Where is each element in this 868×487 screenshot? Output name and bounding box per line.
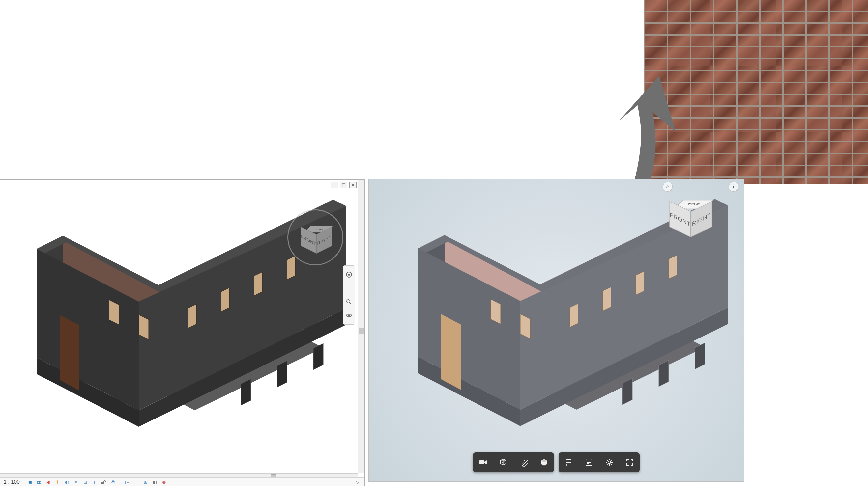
pan-icon[interactable] (345, 284, 353, 292)
model-browser-button[interactable] (562, 456, 575, 469)
separator (120, 480, 120, 485)
orbit-icon[interactable] (345, 311, 353, 320)
section-button[interactable] (537, 456, 551, 469)
shadows-icon[interactable]: ◐ (63, 479, 70, 485)
svg-point-21 (347, 300, 350, 303)
viewer-toolbar (473, 452, 640, 472)
svg-marker-38 (636, 271, 644, 295)
toolbar-group-1 (473, 452, 554, 472)
brick-texture-swatch (644, 0, 868, 185)
scroll-thumb[interactable] (359, 328, 364, 334)
right-building-model[interactable] (398, 199, 728, 462)
svg-rect-46 (522, 460, 528, 467)
steering-wheel-icon[interactable] (345, 270, 353, 279)
svg-rect-43 (479, 460, 485, 464)
left-viewport: − ❐ ✕ TOP FRONT RIGHT 1 : 100 ▣ ▦ ◉ ☀ ◐ … (0, 180, 365, 486)
svg-marker-12 (188, 304, 196, 328)
filter-icon[interactable]: ▽ (354, 479, 361, 485)
view-control-bar: 1 : 100 ▣ ▦ ◉ ☀ ◐ ✦ ⊡ ◫ 🔓︎ 👁︎ ◳ ⬚ ⊞ ◧ ⊗ … (0, 478, 365, 486)
svg-point-49 (566, 459, 567, 460)
explode-button[interactable] (497, 456, 510, 469)
top-right-controls: ⌂ i (663, 182, 739, 192)
svg-point-20 (348, 273, 350, 275)
viewcube[interactable]: TOP FRONT RIGHT (287, 209, 343, 265)
reveal-constraints-icon[interactable]: ⊗ (160, 479, 168, 485)
rendering-icon[interactable]: ✦ (72, 479, 80, 485)
svg-point-51 (566, 464, 567, 465)
vertical-scrollbar[interactable] (358, 180, 365, 474)
minimize-button[interactable]: − (331, 182, 338, 188)
svg-marker-14 (254, 272, 262, 296)
toolbar-group-2 (559, 452, 640, 472)
close-button[interactable]: ✕ (349, 182, 356, 188)
right-viewport: ⌂ i TOP FRONT RIGHT (368, 179, 744, 482)
camera-button[interactable] (476, 456, 489, 469)
detail-level-icon[interactable]: ▦ (36, 479, 43, 485)
home-button[interactable]: ⌂ (663, 182, 673, 192)
svg-point-53 (608, 461, 611, 464)
svg-marker-9 (60, 315, 80, 391)
measure-button[interactable] (517, 456, 530, 469)
crop-region-icon[interactable]: ◫ (91, 479, 98, 485)
worksharing-icon[interactable]: ⬚ (133, 479, 140, 485)
viewcube[interactable]: TOP FRONT RIGHT (680, 196, 733, 248)
svg-point-23 (348, 315, 350, 317)
unlock-icon[interactable]: 🔓︎ (100, 479, 107, 485)
svg-marker-37 (603, 287, 611, 311)
temp-hide-icon[interactable]: 👁︎ (110, 479, 117, 485)
settings-button[interactable] (603, 456, 616, 469)
maximize-button[interactable]: ❐ (340, 182, 347, 188)
svg-marker-36 (570, 303, 578, 327)
info-button[interactable]: i (728, 182, 739, 192)
visual-style-icon[interactable]: ◉ (45, 479, 52, 485)
analytical-icon[interactable]: ⊞ (142, 479, 149, 485)
display-model-icon[interactable]: ▣ (26, 479, 34, 485)
zoom-icon[interactable] (345, 298, 353, 306)
svg-marker-39 (669, 255, 677, 279)
crop-view-icon[interactable]: ⊡ (82, 479, 89, 485)
fullscreen-button[interactable] (623, 456, 636, 469)
svg-point-50 (566, 462, 567, 463)
highlight-icon[interactable]: ◧ (151, 479, 158, 485)
svg-marker-33 (441, 314, 461, 390)
window-controls: − ❐ ✕ (331, 182, 356, 188)
svg-marker-44 (485, 460, 487, 464)
scale-selector[interactable]: 1 : 100 (4, 479, 20, 485)
svg-marker-13 (221, 288, 229, 312)
reveal-hidden-icon[interactable]: ◳ (124, 479, 131, 485)
sun-path-icon[interactable]: ☀ (54, 479, 61, 485)
navigation-bar (343, 265, 355, 325)
properties-button[interactable] (582, 456, 595, 469)
